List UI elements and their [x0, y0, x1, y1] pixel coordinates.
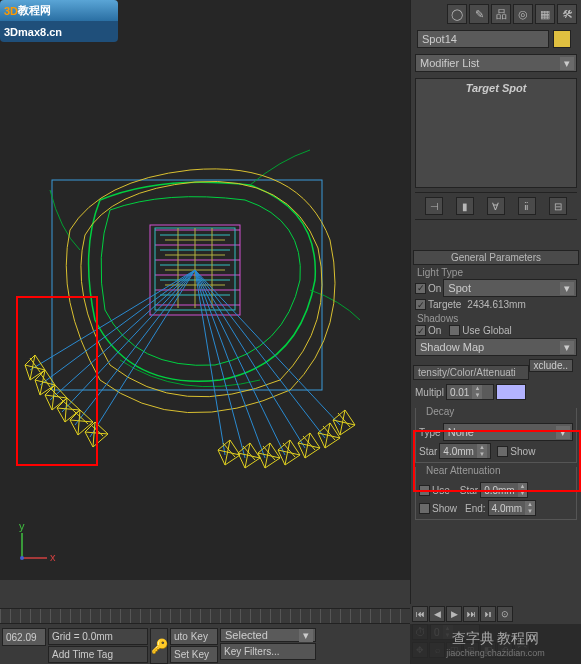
goto-frame-spinner[interactable]: 0▲▼ — [430, 624, 480, 640]
pin-stack-icon[interactable]: ⊣ — [425, 197, 443, 215]
orbit-icon[interactable]: ⟲ — [497, 642, 513, 658]
command-panel: ◯ ✎ 品 ◎ ▦ 🛠 Spot14 Modifier List Target … — [410, 0, 581, 664]
current-frame-field[interactable]: 062.09 — [2, 628, 46, 646]
svg-line-10 — [195, 270, 245, 458]
modifier-list-dropdown[interactable]: Modifier List — [415, 54, 577, 72]
use-global-label: Use Global — [462, 325, 511, 336]
transport-controls: ⏮ ◀ ▶ ⏭ ⏯ ⊙ — [410, 604, 581, 624]
key-selection-dropdown[interactable]: Selected — [220, 628, 316, 642]
decay-group-title: Decay — [423, 406, 457, 417]
svg-text:x: x — [50, 551, 56, 563]
timeline[interactable] — [0, 608, 410, 624]
tab-utilities-icon[interactable]: 🛠 — [557, 4, 577, 24]
zoom-icon[interactable]: ⌕ — [429, 642, 445, 658]
shadows-label: Shadows — [411, 311, 581, 324]
time-config-icon[interactable]: ⏱ — [412, 624, 428, 640]
light-on-label: On — [428, 283, 441, 294]
grid-readout: Grid = 0.0mm — [48, 628, 148, 645]
play-icon[interactable]: ▶ — [446, 606, 462, 622]
use-global-checkbox[interactable] — [449, 325, 460, 336]
show-end-result-icon[interactable]: ▮ — [456, 197, 474, 215]
key-filters-button[interactable]: Key Filters... — [220, 643, 316, 660]
pan-icon[interactable]: ✥ — [412, 642, 428, 658]
near-show-checkbox[interactable] — [419, 503, 430, 514]
targeted-checkbox[interactable]: ✓ — [415, 299, 426, 310]
next-frame-icon[interactable]: ⏭ — [463, 606, 479, 622]
add-time-tag-button[interactable]: Add Time Tag — [48, 646, 148, 663]
target-distance-value: 2434.613mm — [467, 299, 525, 310]
shadows-on-label: On — [428, 325, 441, 336]
configure-sets-icon[interactable]: ⊟ — [549, 197, 567, 215]
svg-line-13 — [195, 270, 305, 448]
light-type-label: Light Type — [411, 265, 581, 278]
make-unique-icon[interactable]: ∀ — [487, 197, 505, 215]
viewport[interactable]: x y — [0, 0, 410, 580]
near-end-spinner[interactable]: 4.0mm▲▼ — [488, 500, 536, 516]
watermark-logo: 3D教程网 3Dmax8.cn — [0, 0, 118, 42]
decay-show-checkbox[interactable] — [497, 446, 508, 457]
decay-type-dropdown[interactable]: None — [443, 423, 573, 441]
goto-start-icon[interactable]: ⏮ — [412, 606, 428, 622]
near-end-label: End: — [465, 503, 486, 514]
object-color-swatch[interactable] — [553, 30, 571, 48]
near-use-checkbox[interactable] — [419, 485, 430, 496]
shadow-type-dropdown[interactable]: Shadow Map — [415, 338, 577, 356]
zoom-all-icon[interactable]: ⊞ — [463, 642, 479, 658]
maximize-viewport-icon[interactable]: ⛶ — [514, 642, 530, 658]
svg-line-11 — [195, 270, 265, 458]
tab-motion-icon[interactable]: ◎ — [513, 4, 533, 24]
rollout-intensity[interactable]: tensity/Color/Attenuati — [413, 365, 529, 380]
light-on-checkbox[interactable]: ✓ — [415, 283, 426, 294]
remove-modifier-icon[interactable]: ⅱ — [518, 197, 536, 215]
svg-text:y: y — [19, 520, 25, 532]
decay-start-label: Star — [419, 446, 437, 457]
set-key-button[interactable]: Set Key — [170, 646, 218, 663]
exclude-button[interactable]: xclude.. — [529, 359, 573, 372]
light-color-swatch[interactable] — [496, 384, 526, 400]
fov-icon[interactable]: ◧ — [480, 642, 496, 658]
near-use-label: Use — [432, 485, 450, 496]
svg-point-20 — [20, 556, 24, 560]
targeted-label: Targete — [428, 299, 461, 310]
near-start-spinner[interactable]: 0.0mm▲▼ — [480, 482, 528, 498]
stack-toolbar: ⊣ ▮ ∀ ⅱ ⊟ — [415, 192, 577, 220]
frame-field-row: ⏱ 0▲▼ — [410, 622, 581, 642]
shadows-on-checkbox[interactable]: ✓ — [415, 325, 426, 336]
light-type-dropdown[interactable]: Spot — [443, 279, 577, 297]
viewport-nav-controls: ✥ ⌕ ◫ ⊞ ◧ ⟲ ⛶ — [410, 642, 581, 660]
selection-lock-icon[interactable]: 🔑 — [150, 628, 168, 664]
multiplier-label: Multipl — [415, 387, 444, 398]
svg-line-14 — [195, 270, 325, 438]
tab-hierarchy-icon[interactable]: 品 — [491, 4, 511, 24]
goto-end-icon[interactable]: ⏯ — [480, 606, 496, 622]
prev-frame-icon[interactable]: ◀ — [429, 606, 445, 622]
near-show-label: Show — [432, 503, 457, 514]
viewport-drawing: x y — [0, 0, 410, 580]
status-bar: 062.09 Grid = 0.0mm Add Time Tag 🔑 uto K… — [0, 626, 410, 664]
tab-display-icon[interactable]: ▦ — [535, 4, 555, 24]
multiplier-spinner[interactable]: 0.01▲▼ — [446, 384, 494, 400]
object-name-field[interactable]: Spot14 — [417, 30, 549, 48]
key-mode-icon[interactable]: ⊙ — [497, 606, 513, 622]
tab-create-icon[interactable]: ◯ — [447, 4, 467, 24]
decay-start-spinner[interactable]: 4.0mm▲▼ — [439, 443, 491, 459]
decay-type-label: Type — [419, 427, 441, 438]
tab-modify-icon[interactable]: ✎ — [469, 4, 489, 24]
stack-item-target-spot[interactable]: Target Spot — [420, 81, 572, 95]
near-start-label: Star — [460, 485, 478, 496]
zoom-extents-icon[interactable]: ◫ — [446, 642, 462, 658]
near-atten-title: Near Attenuation — [423, 465, 504, 476]
highlight-box-viewport — [16, 296, 98, 466]
rollout-general-params[interactable]: General Parameters — [413, 250, 579, 265]
auto-key-button[interactable]: uto Key — [170, 628, 218, 645]
decay-show-label: Show — [510, 446, 535, 457]
modifier-stack[interactable]: Target Spot — [415, 78, 577, 188]
